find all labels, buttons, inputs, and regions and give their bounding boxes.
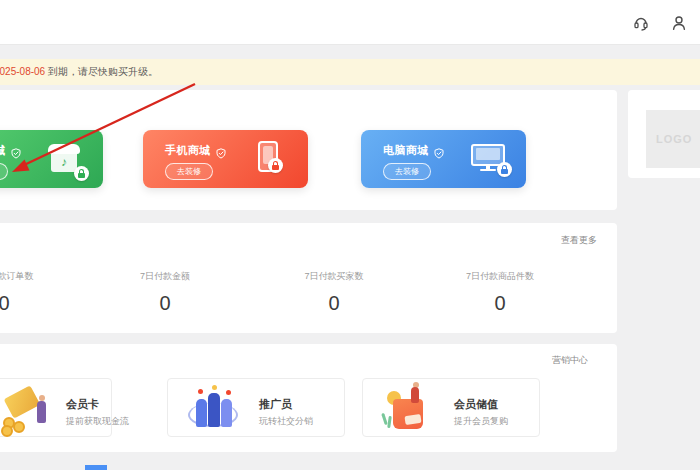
- stat-value: 0: [0, 292, 34, 315]
- marketing-card-member-card[interactable]: 会员卡 提前获取现金流: [0, 378, 112, 437]
- stat-label: 7日付款订单数: [0, 270, 34, 283]
- stat-paid-buyers: 7日付款买家数 0: [304, 270, 363, 315]
- stored-value-bag-illustration: [383, 385, 433, 431]
- stat-value: 0: [140, 292, 190, 315]
- stat-label: 7日付款买家数: [304, 270, 363, 283]
- marketing-card-promoter[interactable]: 推广员 玩转社交分销: [167, 378, 345, 437]
- shop-card-mobile[interactable]: 手机商城 去装修: [143, 130, 308, 188]
- expiry-notice-banner: 2025-08-06 到期，请尽快购买升级。: [0, 59, 700, 85]
- lock-badge-icon: [74, 166, 89, 181]
- decorate-button[interactable]: 去装修: [383, 163, 431, 180]
- marketing-card-title: 会员储值: [454, 397, 498, 412]
- marketing-card-subtitle: 提升会员复购: [454, 415, 508, 428]
- stat-paid-orders: 7日付款订单数 0: [0, 270, 34, 315]
- shop-card-title: 抖音商城: [0, 143, 6, 158]
- logo-placeholder-box: LOGO: [646, 110, 700, 168]
- stat-value: 0: [304, 292, 363, 315]
- shop-card-title-row: 手机商城: [165, 143, 226, 158]
- lock-badge-icon: [268, 158, 283, 173]
- marketing-card-subtitle: 玩转社交分销: [259, 415, 313, 428]
- shop-entry-panel: 抖音商城 去装修 手机商城: [0, 90, 617, 210]
- stat-label: 7日付款金额: [140, 270, 190, 283]
- stat-label: 7日付款商品件数: [466, 270, 534, 283]
- stat-paid-amount: 7日付款金额 0: [140, 270, 190, 315]
- verified-shield-icon: [11, 145, 21, 156]
- expiry-message: 到期，请尽快购买升级。: [45, 66, 158, 77]
- user-account-icon[interactable]: [670, 14, 688, 32]
- marketing-card-stored-value[interactable]: 会员储值 提升会员复购: [362, 378, 540, 437]
- view-more-link[interactable]: 查看更多: [561, 234, 597, 247]
- phone-icon: [258, 141, 278, 172]
- gold-vip-card-illustration: [1, 385, 51, 431]
- music-note-icon: [51, 152, 77, 172]
- storefront-icon: [46, 144, 82, 178]
- bottom-cropped-element: [85, 465, 107, 470]
- stat-paid-items: 7日付款商品件数 0: [466, 270, 534, 315]
- shop-card-douyin[interactable]: 抖音商城 去装修: [0, 130, 103, 188]
- decorate-button[interactable]: 去装修: [0, 163, 8, 180]
- promoter-people-illustration: [188, 385, 238, 431]
- logo-placeholder-text: LOGO: [646, 110, 700, 168]
- lock-badge-icon: [497, 162, 512, 177]
- decorate-button[interactable]: 去装修: [165, 163, 213, 180]
- marketing-card-title: 推广员: [259, 397, 292, 412]
- verified-shield-icon: [434, 145, 444, 156]
- verified-shield-icon: [216, 145, 226, 156]
- marketing-panel: 营销中心 会员卡 提前获取现金流 推广员 玩转社交分销: [0, 344, 617, 452]
- marketing-center-link[interactable]: 营销中心: [552, 354, 588, 367]
- shop-card-title-row: 电脑商城: [383, 143, 444, 158]
- expiry-notice-text: 2025-08-06 到期，请尽快购买升级。: [0, 59, 158, 85]
- shop-card-title: 手机商城: [165, 143, 211, 158]
- support-headset-icon[interactable]: [632, 14, 650, 32]
- stats-panel: 查看更多 7日付款订单数 0 7日付款金额 0 7日付款买家数 0 7日付款商品…: [0, 223, 617, 333]
- shop-card-title: 电脑商城: [383, 143, 429, 158]
- monitor-icon: [471, 144, 505, 174]
- marketing-card-title: 会员卡: [66, 397, 99, 412]
- logo-panel: LOGO: [628, 90, 700, 178]
- topbar: [0, 0, 700, 45]
- expiry-date: 2025-08-06: [0, 66, 45, 77]
- shop-card-pc[interactable]: 电脑商城 去装修: [361, 130, 526, 188]
- stat-value: 0: [466, 292, 534, 315]
- shop-card-title-row: 抖音商城: [0, 143, 21, 158]
- marketing-card-subtitle: 提前获取现金流: [66, 415, 129, 428]
- dashboard-screen: 2025-08-06 到期，请尽快购买升级。 抖音商城 去装修: [0, 0, 700, 470]
